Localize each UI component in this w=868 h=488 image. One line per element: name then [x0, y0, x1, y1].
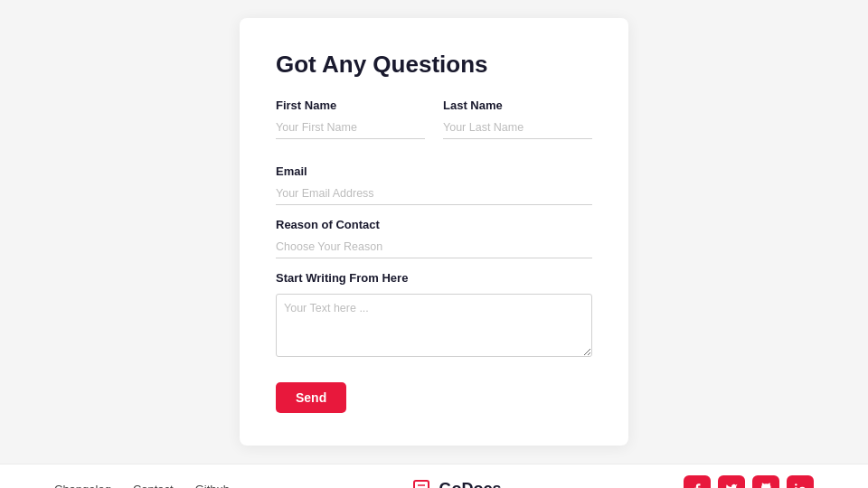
- first-name-label: First Name: [276, 99, 425, 112]
- contact-card: Got Any Questions First Name Last Name E…: [240, 18, 628, 446]
- email-input[interactable]: [276, 183, 592, 205]
- twitter-social-button[interactable]: [718, 475, 745, 488]
- facebook-social-button[interactable]: [684, 475, 711, 488]
- reason-input[interactable]: [276, 236, 592, 258]
- github-icon: [760, 483, 772, 488]
- godocs-logo-icon: ≡: [412, 478, 434, 488]
- name-row: First Name Last Name: [276, 99, 592, 152]
- linkedin-icon: [794, 483, 807, 488]
- footer-link-changelog[interactable]: Changelog: [54, 483, 111, 489]
- footer-logo-text: GoDocs: [439, 480, 502, 489]
- first-name-group: First Name: [276, 99, 425, 139]
- last-name-label: Last Name: [443, 99, 592, 112]
- send-button[interactable]: Send: [276, 382, 346, 413]
- footer-link-contact[interactable]: Contact: [133, 483, 174, 489]
- linkedin-social-button[interactable]: [787, 475, 814, 488]
- footer-link-github[interactable]: Github: [195, 483, 230, 489]
- card-title: Got Any Questions: [276, 51, 592, 79]
- svg-rect-0: [414, 481, 429, 488]
- email-label: Email: [276, 164, 592, 178]
- email-group: Email: [276, 164, 592, 205]
- footer: Changelog Contact Github ≡ GoDocs: [0, 464, 868, 488]
- reason-label: Reason of Contact: [276, 218, 592, 231]
- github-social-button[interactable]: [752, 475, 779, 488]
- footer-logo: ≡ GoDocs: [412, 478, 502, 488]
- footer-nav: Changelog Contact Github: [54, 483, 230, 489]
- message-group: Start Writing From Here: [276, 271, 592, 357]
- footer-socials: [684, 475, 814, 488]
- last-name-input[interactable]: [443, 117, 592, 139]
- twitter-icon: [725, 483, 738, 488]
- reason-group: Reason of Contact: [276, 218, 592, 258]
- last-name-group: Last Name: [443, 99, 592, 139]
- message-label: Start Writing From Here: [276, 271, 592, 285]
- main-content: Got Any Questions First Name Last Name E…: [0, 0, 868, 464]
- facebook-icon: [691, 483, 703, 488]
- first-name-input[interactable]: [276, 117, 425, 139]
- svg-point-6: [795, 483, 797, 485]
- message-textarea[interactable]: [276, 294, 592, 357]
